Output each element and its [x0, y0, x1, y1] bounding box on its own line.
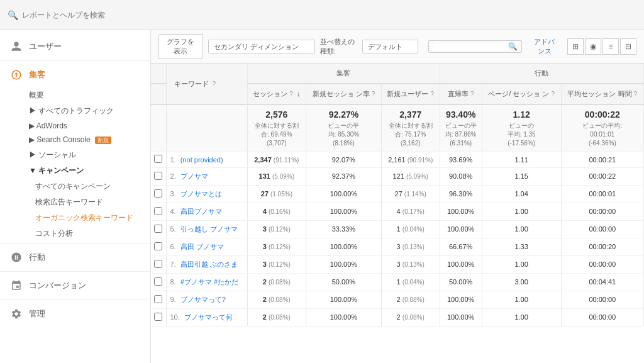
- bounce-rate-cell-4: 100.00%: [440, 220, 482, 238]
- new-users-cell-5: 3 (0.13%): [381, 238, 440, 255]
- sidebar-cost-analysis[interactable]: コスト分析: [35, 225, 150, 240]
- pages-help: ?: [551, 91, 555, 98]
- new-users-col-header: 新規ユーザー ?: [381, 84, 440, 104]
- secondary-dim-select[interactable]: セカンダリ ディメンション: [208, 40, 315, 53]
- row-checkbox-9[interactable]: [154, 313, 162, 321]
- table-row: 8. #ブノサマ #たかだ 2 (0.08%) 50.00% 1 (0.04%)…: [151, 273, 644, 291]
- pages-per-session-cell-8: 1.00: [482, 291, 561, 308]
- sessions-val-1: 131: [259, 172, 270, 180]
- chevron-down-icon: ▼: [29, 166, 38, 175]
- sidebar-item-behavior[interactable]: 行動: [0, 246, 150, 269]
- row-checkbox-1[interactable]: [154, 172, 162, 180]
- app: 🔍 ユーザー 集客 概要 ▶ すべてのトラフィ: [0, 0, 644, 363]
- sidebar-item-admin[interactable]: 管理: [0, 303, 150, 325]
- row-checkbox-0[interactable]: [154, 155, 162, 163]
- pivot-view-icon[interactable]: ⊟: [620, 38, 636, 55]
- list-view-icon[interactable]: ≡: [602, 38, 619, 55]
- chevron-right-icon3: ▶: [29, 135, 36, 144]
- new-users-help: ?: [430, 91, 434, 98]
- topbar-search-input[interactable]: [22, 11, 146, 20]
- sidebar-item-acquisition[interactable]: 集客: [0, 64, 150, 86]
- sidebar-search-console[interactable]: ▶ Search Console 新規: [0, 131, 150, 146]
- new-session-help: ?: [372, 91, 375, 98]
- new-users-cell-1: 121 (5.09%): [381, 167, 440, 185]
- keyword-link-6[interactable]: 高田引越 ぶのさま: [180, 260, 238, 268]
- table-row: 4. 高田ブノサマ 4 (0.16%) 100.00% 4 (0.17%) 10…: [151, 203, 644, 220]
- new-session-rate-cell-6: 100.00%: [306, 255, 382, 273]
- sessions-val-9: 2: [263, 313, 267, 321]
- new-users-pct-4: (0.04%): [402, 226, 425, 233]
- row-checkbox-5[interactable]: [154, 242, 162, 250]
- table-search-input[interactable]: [433, 43, 508, 50]
- new-users-pct-2: (1.14%): [404, 191, 426, 198]
- sidebar-behavior-label: 行動: [29, 252, 45, 263]
- sidebar-conversion-label: コンバージョン: [29, 280, 86, 291]
- sidebar-item-conversion[interactable]: コンバージョン: [0, 274, 150, 297]
- avg-session-col-header: 平均セッション 時間 ?: [561, 84, 643, 104]
- sidebar-overview[interactable]: 概要: [0, 86, 150, 102]
- sidebar-search-ad-keywords[interactable]: 検索広告キーワード: [35, 193, 150, 209]
- avg-session-cell-5: 00:00:20: [561, 238, 643, 255]
- sessions-pct-4: (0.12%): [269, 226, 291, 233]
- pages-per-session-cell-7: 3.00: [482, 273, 561, 291]
- row-checkbox-6[interactable]: [154, 260, 162, 268]
- keyword-link-9[interactable]: ブノサマって何: [184, 313, 233, 321]
- avg-session-cell-3: 00:00:00: [561, 203, 643, 220]
- sessions-val-6: 3: [263, 260, 267, 268]
- keyword-link-1[interactable]: ブノサマ: [180, 172, 208, 180]
- advance-button[interactable]: アドバンス: [527, 35, 562, 59]
- keyword-link-3[interactable]: 高田ブノサマ: [180, 208, 222, 215]
- bounce-rate-cell-3: 100.00%: [440, 203, 482, 220]
- grid-view-icon[interactable]: ⊞: [567, 38, 584, 55]
- sidebar-organic-keywords[interactable]: オーガニック検索キーワード: [35, 209, 150, 225]
- keyword-cell-1: 2. ブノサマ: [166, 167, 247, 185]
- row-checkbox-3[interactable]: [154, 207, 162, 215]
- row-checkbox-2[interactable]: [154, 189, 162, 198]
- pie-view-icon[interactable]: ◉: [585, 38, 601, 55]
- sidebar-social[interactable]: ▶ ソーシャル: [0, 146, 150, 162]
- graph-display-button[interactable]: グラフを表示: [158, 34, 203, 59]
- keyword-cell-3: 4. 高田ブノサマ: [166, 203, 247, 220]
- keyword-link-8[interactable]: ブノサマって?: [180, 296, 226, 303]
- row-num-8: 9.: [170, 296, 176, 303]
- avg-session-cell-9: 00:00:00: [561, 308, 643, 326]
- sidebar-campaign[interactable]: ▼ キャンペーン: [0, 162, 150, 177]
- table-body: 2,576 全体に対する割 合: 69.49% (3,707) 92.27% ビ…: [151, 104, 644, 326]
- chevron-right-icon4: ▶: [29, 150, 38, 159]
- table-row: 3. ブノサマとは 27 (1.05%) 100.00% 27 (1.14%) …: [151, 185, 644, 203]
- row-checkbox-7[interactable]: [154, 277, 162, 286]
- keyword-link-4[interactable]: 引っ越し ブノサマ: [180, 225, 238, 233]
- row-checkbox-4[interactable]: [154, 225, 162, 233]
- avg-session-cell-6: 00:00:00: [561, 255, 643, 273]
- keyword-link-5[interactable]: 高田 ブノサマ: [180, 243, 224, 250]
- new-session-rate-cell-1: 92.37%: [306, 167, 382, 185]
- summary-new-users-cell: 2,377 全体に対する割 合: 75.17% (3,162): [381, 104, 440, 152]
- row-checkbox-8[interactable]: [154, 295, 162, 303]
- row-checkbox-cell-3: [151, 203, 166, 220]
- pages-per-session-cell-4: 1.00: [482, 220, 561, 238]
- row-num-3: 4.: [170, 208, 176, 215]
- sessions-cell-6: 3 (0.12%): [247, 255, 306, 273]
- acquisition-icon: [10, 69, 23, 81]
- sidebar-all-campaigns[interactable]: すべてのキャンペーン: [35, 177, 150, 193]
- sessions-cell-8: 2 (0.08%): [247, 291, 306, 308]
- summary-keyword-cell: [166, 104, 247, 152]
- row-num-7: 8.: [170, 278, 176, 286]
- topbar: 🔍: [0, 0, 644, 30]
- sidebar-adwords[interactable]: ▶ AdWords: [0, 118, 150, 131]
- sidebar-item-user[interactable]: ユーザー: [0, 35, 150, 58]
- keyword-link-2[interactable]: ブノサマとは: [180, 190, 222, 198]
- keyword-link-0[interactable]: (not provided): [180, 156, 223, 164]
- new-users-pct-8: (0.08%): [402, 296, 425, 303]
- keyword-link-7[interactable]: #ブノサマ #たかだ: [180, 278, 238, 286]
- sidebar-all-traffic[interactable]: ▶ すべてのトラフィック: [0, 102, 150, 118]
- toolbar: グラフを表示 セカンダリ ディメンション 並べ替えの種類: デフォルト 🔍: [151, 30, 644, 64]
- pages-per-session-cell-1: 1.15: [482, 167, 561, 185]
- keyword-help-icon: ?: [213, 81, 216, 87]
- sort-type-select[interactable]: デフォルト: [362, 40, 418, 53]
- new-session-rate-cell-3: 100.00%: [306, 203, 382, 220]
- bounce-rate-cell-9: 100.00%: [440, 308, 482, 326]
- table-row: 10. ブノサマって何 2 (0.08%) 100.00% 2 (0.08%) …: [151, 308, 644, 326]
- summary-checkbox-cell: [151, 104, 166, 152]
- row-checkbox-cell-4: [151, 220, 166, 238]
